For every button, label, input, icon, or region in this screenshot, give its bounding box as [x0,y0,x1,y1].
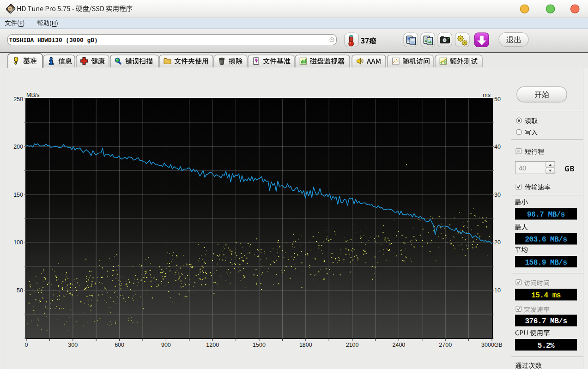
svg-text:900: 900 [161,342,171,348]
svg-text:TOSHIBA HDWD130 (3000 gB): TOSHIBA HDWD130 (3000 gB) [9,37,98,44]
svg-text:ms: ms [483,92,491,98]
svg-text:20: 20 [494,239,501,246]
svg-text:2100: 2100 [346,342,359,348]
svg-text:30: 30 [494,192,501,198]
svg-text:96.7 MB/s: 96.7 MB/s [527,211,565,219]
svg-text:50: 50 [17,287,23,294]
svg-text:2700: 2700 [439,342,452,348]
svg-text:150: 150 [13,192,23,198]
svg-text:3000GB: 3000GB [481,342,503,348]
svg-text:1800: 1800 [299,342,312,348]
svg-text:158.9 MB/s: 158.9 MB/s [525,259,567,267]
svg-text:100: 100 [13,239,23,246]
svg-text:1200: 1200 [206,342,219,348]
svg-text:50: 50 [494,96,501,103]
svg-text:2400: 2400 [392,342,405,348]
svg-text:40: 40 [494,144,501,150]
svg-text:300: 300 [68,342,78,348]
svg-text:200: 200 [13,144,23,150]
svg-text:10: 10 [494,287,501,294]
svg-text:250: 250 [13,96,23,103]
svg-text:15.4 ms: 15.4 ms [531,291,561,300]
svg-text:40: 40 [519,164,526,172]
svg-text:5.2%: 5.2% [538,342,555,350]
svg-text:376.7 MB/s: 376.7 MB/s [525,317,567,326]
svg-text:MB/s: MB/s [26,92,39,98]
svg-text:600: 600 [115,342,124,348]
svg-text:0: 0 [25,342,28,348]
svg-text:1500: 1500 [253,342,266,348]
svg-text:203.6 MB/s: 203.6 MB/s [525,236,567,244]
